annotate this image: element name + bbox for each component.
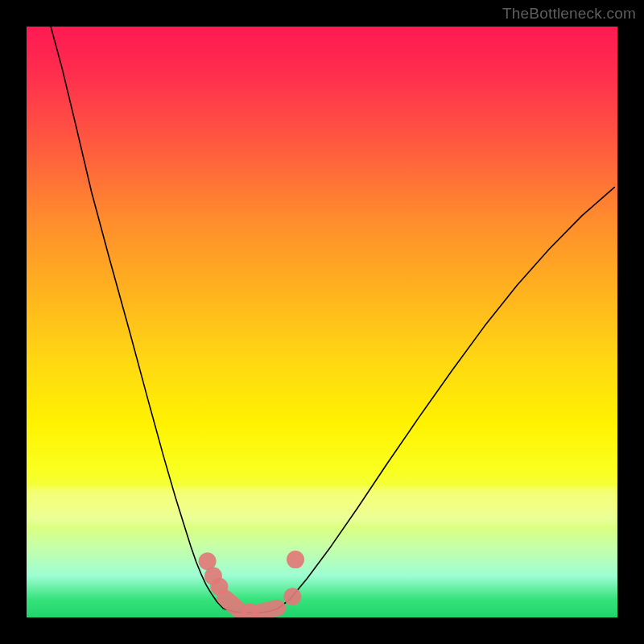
data-marker-5 [260,608,278,612]
curve-layer [27,27,617,617]
watermark-text: TheBottleneck.com [502,5,636,23]
plot-area [27,27,617,617]
data-marker-7 [287,551,304,568]
bottleneck-curve [51,27,614,613]
data-marker-3 [225,598,240,610]
data-marker-6 [283,588,301,605]
chart-frame: TheBottleneck.com [0,0,644,644]
